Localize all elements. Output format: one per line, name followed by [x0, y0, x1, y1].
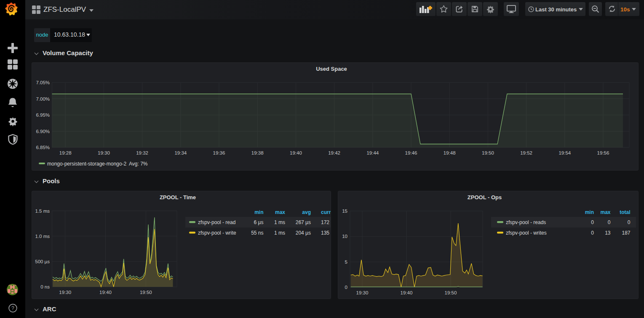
svg-text:19:46: 19:46	[405, 150, 417, 155]
svg-text:19:30: 19:30	[356, 290, 369, 295]
svg-text:19:30: 19:30	[59, 290, 71, 295]
svg-text:19:50: 19:50	[445, 290, 457, 295]
svg-text:0 ns: 0 ns	[40, 284, 50, 289]
svg-text:19:54: 19:54	[558, 150, 571, 155]
svg-text:total: total	[620, 209, 630, 215]
svg-text:6.95%: 6.95%	[36, 112, 50, 118]
svg-text:19:48: 19:48	[444, 150, 456, 155]
svg-text:19:40: 19:40	[290, 150, 302, 155]
svg-text:0: 0	[591, 230, 594, 236]
svg-text:max: max	[600, 209, 610, 215]
svg-text:10: 10	[342, 234, 347, 239]
svg-text:mongo-persistent-storage-mongo: mongo-persistent-storage-mongo-2	[47, 161, 126, 167]
svg-text:7.05%: 7.05%	[36, 80, 50, 85]
svg-text:7.00%: 7.00%	[36, 96, 50, 102]
svg-text:19:34: 19:34	[174, 150, 187, 155]
svg-text:19:28: 19:28	[59, 150, 72, 155]
svg-text:19:44: 19:44	[366, 150, 379, 155]
svg-text:zfspv-pool - write: zfspv-pool - write	[198, 230, 236, 236]
svg-text:min: min	[254, 209, 263, 215]
svg-text:1 ms: 1 ms	[274, 219, 285, 225]
svg-text:?: ?	[11, 305, 14, 311]
svg-text:55 ns: 55 ns	[251, 230, 263, 236]
svg-text:zfspv-pool - writes: zfspv-pool - writes	[506, 230, 547, 236]
svg-text:Avg: 7%: Avg: 7%	[129, 161, 148, 167]
svg-text:1.0 ms: 1.0 ms	[35, 234, 50, 239]
svg-text:0: 0	[591, 219, 594, 225]
svg-text:current: current	[321, 209, 331, 215]
svg-text:1.5 ms: 1.5 ms	[35, 208, 50, 214]
svg-text:5: 5	[345, 259, 347, 265]
svg-text:zfspv-pool - read: zfspv-pool - read	[198, 219, 235, 225]
svg-text:500 µs: 500 µs	[35, 259, 50, 264]
svg-text:19:56: 19:56	[597, 150, 609, 155]
svg-text:6.90%: 6.90%	[36, 129, 50, 134]
svg-text:13: 13	[605, 230, 611, 236]
svg-text:19:40: 19:40	[99, 290, 112, 295]
svg-text:135 µs: 135 µs	[321, 230, 331, 236]
svg-text:19:38: 19:38	[251, 150, 264, 155]
svg-text:15: 15	[342, 208, 347, 214]
svg-text:187: 187	[622, 230, 630, 236]
svg-text:1 ms: 1 ms	[274, 230, 285, 236]
svg-text:19:32: 19:32	[136, 150, 148, 155]
svg-text:0: 0	[608, 219, 611, 225]
svg-text:max: max	[275, 209, 285, 215]
svg-text:6 µs: 6 µs	[254, 219, 264, 225]
svg-text:0: 0	[628, 219, 631, 225]
svg-text:avg: avg	[302, 209, 311, 215]
svg-text:19:50: 19:50	[482, 150, 494, 155]
svg-text:19:36: 19:36	[213, 150, 225, 155]
svg-text:19:50: 19:50	[140, 290, 152, 295]
svg-text:19:40: 19:40	[401, 290, 413, 295]
svg-text:19:42: 19:42	[328, 150, 340, 155]
svg-text:172 µs: 172 µs	[321, 219, 331, 225]
svg-text:zfspv-pool - reads: zfspv-pool - reads	[506, 219, 546, 225]
svg-text:267 µs: 267 µs	[296, 219, 311, 225]
svg-text:min: min	[585, 209, 594, 215]
svg-text:204 µs: 204 µs	[296, 230, 311, 236]
svg-text:0: 0	[345, 285, 347, 290]
svg-text:19:30: 19:30	[98, 150, 110, 155]
svg-text:19:52: 19:52	[520, 150, 532, 155]
svg-text:6.85%: 6.85%	[36, 145, 50, 150]
